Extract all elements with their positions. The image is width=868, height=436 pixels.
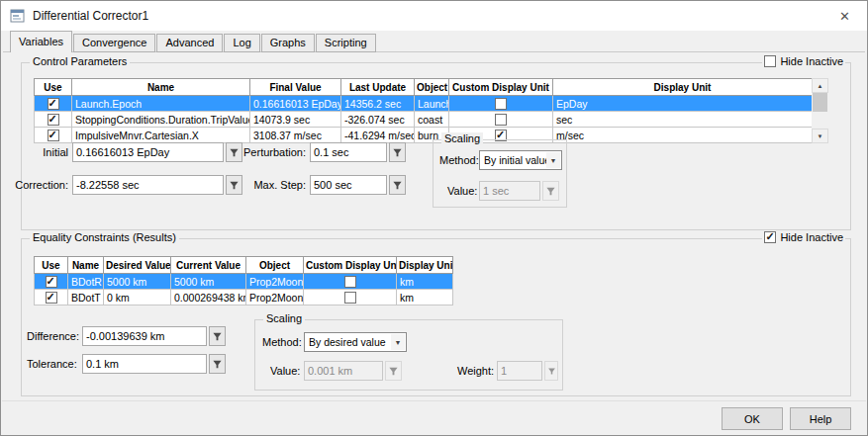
cell-final-value: 14073.9 sec — [250, 112, 341, 128]
tolerance-input[interactable] — [82, 354, 207, 374]
correction-label: Correction: — [15, 179, 68, 191]
close-button[interactable]: ✕ — [822, 1, 867, 31]
use-checkbox[interactable] — [48, 114, 59, 126]
col-use[interactable]: Use — [35, 257, 68, 274]
col-name[interactable]: Name — [68, 257, 104, 274]
perturbation-unit-button[interactable] — [389, 142, 406, 162]
max-step-unit-button[interactable] — [389, 175, 406, 195]
table-row[interactable]: Launch.Epoch 0.16616013 EpDay 14356.2 se… — [35, 96, 813, 112]
cell-object: coast — [415, 112, 449, 128]
cell-desired-value: 5000 km — [104, 274, 171, 290]
correction-input[interactable] — [72, 175, 224, 195]
unit-funnel-icon — [388, 366, 399, 377]
differential-corrector-dialog: Differential Corrector1 ✕ Variables Conv… — [0, 0, 868, 436]
cell-object: Launch — [415, 96, 449, 112]
col-use[interactable]: Use — [35, 79, 72, 96]
col-display-unit[interactable]: Display Unit — [553, 79, 813, 96]
tab-log[interactable]: Log — [224, 34, 259, 52]
equality-constraints-table: Use Name Desired Value Current Value Obj… — [34, 256, 453, 305]
scroll-down-icon[interactable]: ▼ — [812, 129, 828, 143]
checkbox-box[interactable] — [764, 231, 776, 243]
table-header-row: Use Name Final Value Last Update Object … — [35, 79, 813, 96]
difference-label: Difference: — [27, 330, 79, 342]
cell-current-value: 5000 km — [171, 274, 246, 290]
col-desired-value[interactable]: Desired Value — [104, 257, 171, 274]
tab-bar: Variables Convergence Advanced Log Graph… — [10, 31, 377, 52]
scaling-value-input — [479, 181, 540, 201]
hide-inactive-control-checkbox[interactable]: Hide Inactive — [762, 55, 845, 67]
perturbation-label: Perturbation: — [237, 146, 306, 158]
custom-unit-checkbox[interactable] — [344, 276, 356, 288]
col-object[interactable]: Object — [246, 257, 304, 274]
constraints-scaling-group: Scaling Method: By desired value ▼ Value… — [254, 319, 563, 391]
use-checkbox[interactable] — [46, 276, 57, 288]
initial-input[interactable] — [72, 142, 224, 162]
tab-advanced[interactable]: Advanced — [156, 34, 223, 52]
scaling-value-unit-button — [385, 361, 402, 381]
title-bar: Differential Corrector1 ✕ — [1, 1, 867, 31]
col-final-value[interactable]: Final Value — [250, 79, 341, 96]
col-last-update[interactable]: Last Update — [341, 79, 415, 96]
cell-current-value: 0.000269438 km — [171, 290, 246, 305]
difference-input[interactable] — [82, 326, 207, 346]
tolerance-unit-button[interactable] — [209, 354, 226, 374]
scrollbar-thumb[interactable] — [813, 93, 827, 112]
cell-display-unit: km — [397, 274, 453, 290]
tab-convergence[interactable]: Convergence — [73, 34, 155, 52]
cell-final-value: 3108.37 m/sec — [250, 128, 341, 143]
scaling-method-dropdown[interactable]: By initial value ▼ — [479, 150, 562, 170]
max-step-input[interactable] — [310, 175, 387, 195]
cell-object: Prop2Moon — [246, 274, 304, 290]
unit-funnel-icon — [547, 367, 556, 376]
use-checkbox[interactable] — [46, 292, 57, 304]
table-row[interactable]: ImpulsiveMnvr.Cartesian.X 3108.37 m/sec … — [35, 128, 813, 143]
initial-label: Initial — [21, 146, 68, 158]
unit-funnel-icon — [545, 186, 556, 197]
tab-scripting[interactable]: Scripting — [316, 34, 376, 52]
col-name[interactable]: Name — [72, 79, 250, 96]
cell-last-update: 14356.2 sec — [341, 96, 415, 112]
tab-variables[interactable]: Variables — [10, 31, 72, 52]
custom-unit-checkbox[interactable] — [344, 292, 356, 304]
weight-unit-button — [544, 361, 558, 381]
value-label: Value: — [447, 185, 477, 197]
table-row[interactable]: BDotT 0 km 0.000269438 km Prop2Moon km — [35, 290, 453, 305]
col-custom-display-unit[interactable]: Custom Display Unit — [449, 79, 553, 96]
cell-name: StoppingConditions.Duration.TripValue — [72, 112, 250, 128]
col-current-value[interactable]: Current Value — [171, 257, 246, 274]
cell-last-update: -326.074 sec — [341, 112, 415, 128]
custom-unit-checkbox[interactable] — [495, 114, 507, 126]
col-custom-display-unit[interactable]: Custom Display Unit — [304, 257, 397, 274]
footer-divider — [2, 400, 866, 401]
dropdown-value: By initial value — [484, 154, 550, 166]
cell-desired-value: 0 km — [104, 290, 171, 305]
cell-name: BDotT — [68, 290, 104, 305]
ok-button[interactable]: OK — [722, 407, 783, 430]
dropdown-arrow-icon: ▼ — [546, 152, 560, 168]
vertical-scrollbar[interactable]: ▲ ▼ — [812, 78, 828, 143]
tab-graphs[interactable]: Graphs — [261, 34, 315, 52]
table-row[interactable]: BDotR 5000 km 5000 km Prop2Moon km — [35, 274, 453, 290]
cell-display-unit: EpDay — [553, 96, 813, 112]
use-checkbox[interactable] — [48, 130, 59, 141]
cell-last-update: -41.6294 m/sec — [341, 128, 415, 143]
col-object[interactable]: Object — [415, 79, 449, 96]
control-parameters-table: Use Name Final Value Last Update Object … — [34, 78, 828, 143]
table-header-row: Use Name Desired Value Current Value Obj… — [35, 257, 453, 274]
hide-inactive-label: Hide Inactive — [780, 55, 843, 67]
table-row[interactable]: StoppingConditions.Duration.TripValue 14… — [35, 112, 813, 128]
checkbox-box[interactable] — [764, 55, 776, 67]
difference-unit-button[interactable] — [209, 326, 226, 346]
unit-funnel-icon — [392, 180, 403, 191]
equality-constraints-group-title: Equality Constraints (Results) — [30, 231, 179, 243]
help-button[interactable]: Help — [790, 407, 851, 430]
cell-display-unit: sec — [553, 112, 813, 128]
app-icon — [10, 8, 26, 24]
col-display-unit[interactable]: Display Unit — [397, 257, 453, 274]
hide-inactive-constraints-checkbox[interactable]: Hide Inactive — [762, 231, 845, 243]
use-checkbox[interactable] — [48, 98, 59, 110]
scroll-up-icon[interactable]: ▲ — [812, 78, 828, 93]
scaling-method-dropdown[interactable]: By desired value ▼ — [304, 332, 407, 352]
custom-unit-checkbox[interactable] — [495, 98, 507, 110]
perturbation-input[interactable] — [310, 142, 387, 162]
